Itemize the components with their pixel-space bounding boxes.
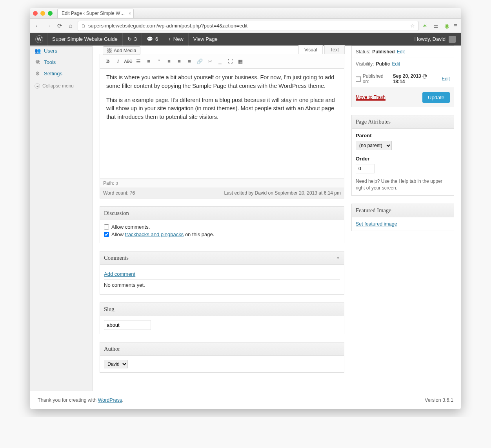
forward-button[interactable]: →: [45, 22, 53, 30]
author-select[interactable]: David: [104, 360, 128, 368]
page-icon: 🗋: [81, 23, 86, 29]
align-left-button[interactable]: ≡: [164, 56, 174, 66]
plus-icon: +: [168, 36, 171, 42]
browser-toolbar: ← → ⟳ ⌂ 🗋 supersimplewebsiteguide.com/wp…: [30, 19, 461, 33]
allow-comments-checkbox[interactable]: [104, 224, 109, 229]
editor-tab-text[interactable]: Text: [324, 45, 345, 54]
fullscreen-button[interactable]: ⛶: [225, 56, 235, 66]
updates-link[interactable]: ↻3: [122, 33, 142, 46]
trackbacks-link[interactable]: trackbacks and pingbacks: [125, 231, 184, 237]
editor-box: B I ABC ☰ ≡ " ≡ ≡ ≡ 🔗 ✂ ⎯ ⛶ ▦: [100, 54, 344, 199]
wp-admin-bar: W Super Simple Website Guide ↻3 💬6 +New …: [30, 33, 461, 46]
howdy-text[interactable]: Howdy, David: [415, 36, 446, 42]
url-bar[interactable]: 🗋 supersimplewebsiteguide.com/wp-admin/p…: [78, 21, 418, 31]
comments-title: Comments: [104, 255, 129, 261]
chrome-menu-icon[interactable]: ≡: [454, 22, 457, 29]
extension-green-icon[interactable]: ◉: [444, 22, 451, 29]
tools-icon: 🛠: [35, 59, 41, 65]
paragraph: This is where you write a bit about your…: [106, 73, 338, 91]
unlink-button[interactable]: ✂: [205, 56, 215, 66]
allow-trackbacks-row[interactable]: Allow trackbacks and pingbacks on this p…: [104, 231, 340, 237]
edit-visibility-link[interactable]: Edit: [392, 61, 400, 67]
featured-image-box: Featured Image Set featured image: [351, 204, 454, 231]
allow-comments-row[interactable]: Allow comments.: [104, 224, 340, 230]
tab-close-icon[interactable]: ×: [129, 11, 131, 16]
ol-button[interactable]: ≡: [144, 56, 153, 66]
author-title: Author: [104, 346, 120, 352]
user-avatar[interactable]: [449, 36, 456, 43]
url-text: supersimplewebsiteguide.com/wp-admin/pos…: [88, 23, 247, 29]
edit-date-link[interactable]: Edit: [442, 76, 450, 82]
new-link[interactable]: +New: [163, 33, 188, 46]
browser-tab[interactable]: Edit Page ‹ Super Simple W… ×: [57, 9, 134, 18]
quote-button[interactable]: ": [154, 56, 164, 66]
italic-button[interactable]: I: [113, 56, 123, 66]
editor-tab-visual[interactable]: Visual: [298, 45, 323, 54]
site-title-link[interactable]: Super Simple Website Guide: [47, 33, 122, 46]
reload-button[interactable]: ⟳: [56, 22, 64, 30]
window-minimize-button[interactable]: [40, 11, 45, 16]
window-titlebar: Edit Page ‹ Super Simple W… ×: [30, 8, 461, 19]
discussion-title: Discussion: [104, 210, 129, 217]
kitchen-sink-button[interactable]: ▦: [236, 56, 245, 66]
set-featured-image-link[interactable]: Set featured image: [356, 221, 397, 227]
featured-image-title: Featured Image: [352, 204, 454, 217]
page-attributes-box: Page Attributes Parent (no parent) Order…: [351, 115, 454, 196]
extension-buffer-icon[interactable]: ≣: [433, 22, 440, 29]
move-to-trash-link[interactable]: Move to Trash: [356, 95, 386, 101]
bold-button[interactable]: B: [103, 56, 113, 66]
collapse-arrow-icon: ◂: [35, 83, 40, 89]
sidebar-item-users[interactable]: 👥Users: [30, 46, 92, 56]
comments-metabox: Comments▼ Add comment No comments yet.: [100, 251, 344, 295]
window-zoom-button[interactable]: [48, 11, 53, 16]
toggle-icon[interactable]: ▼: [336, 256, 340, 260]
media-icon: 🖼: [107, 48, 112, 53]
align-right-button[interactable]: ≡: [185, 56, 194, 66]
slug-metabox: Slug: [100, 302, 344, 334]
order-input[interactable]: [356, 164, 375, 173]
admin-sidebar: 👥Users 🛠Tools ⚙Settings ◂Collapse menu: [30, 46, 93, 391]
refresh-icon: ↻: [127, 36, 132, 42]
wordpress-link[interactable]: WordPress: [98, 397, 122, 403]
add-media-button[interactable]: 🖼Add Media: [103, 46, 140, 55]
comments-link[interactable]: 💬6: [142, 33, 163, 46]
word-count: Word count: 76: [103, 190, 135, 196]
publish-box: Status: Published Edit Visibility: Publi…: [351, 46, 454, 107]
discussion-metabox: Discussion Allow comments. Allow trackba…: [100, 206, 344, 243]
sidebar-right: Status: Published Edit Visibility: Publi…: [351, 46, 461, 391]
window-close-button[interactable]: [33, 11, 38, 16]
link-button[interactable]: 🔗: [195, 56, 204, 66]
order-label: Order: [356, 156, 450, 162]
home-button[interactable]: ⌂: [67, 22, 75, 30]
collapse-menu[interactable]: ◂Collapse menu: [30, 79, 92, 93]
parent-label: Parent: [356, 133, 450, 138]
more-button[interactable]: ⎯: [215, 56, 225, 66]
strike-button[interactable]: ABC: [124, 56, 133, 66]
author-metabox: Author David: [100, 342, 344, 373]
edit-status-link[interactable]: Edit: [397, 49, 405, 55]
slug-input[interactable]: [104, 320, 151, 330]
allow-trackbacks-checkbox[interactable]: [104, 232, 109, 237]
comment-icon: 💬: [147, 36, 153, 42]
extension-evernote-icon[interactable]: ✶: [422, 22, 429, 29]
add-comment-link[interactable]: Add comment: [104, 271, 135, 277]
wp-logo-icon[interactable]: W: [35, 35, 43, 43]
sidebar-item-settings[interactable]: ⚙Settings: [30, 68, 92, 79]
update-button[interactable]: Update: [422, 92, 450, 103]
paragraph: This is an example page. It's different …: [106, 96, 338, 122]
back-button[interactable]: ←: [34, 22, 42, 30]
editor-toolbar: B I ABC ☰ ≡ " ≡ ≡ ≡ 🔗 ✂ ⎯ ⛶ ▦: [100, 54, 344, 69]
ul-button[interactable]: ☰: [134, 56, 143, 66]
version-text: Version 3.6.1: [425, 397, 453, 403]
sidebar-item-tools[interactable]: 🛠Tools: [30, 56, 92, 68]
parent-select[interactable]: (no parent): [356, 141, 392, 150]
align-center-button[interactable]: ≡: [175, 56, 184, 66]
view-page-link[interactable]: View Page: [188, 33, 222, 46]
last-edited: Last edited by David on September 20, 20…: [224, 190, 341, 196]
calendar-icon: [356, 76, 361, 82]
settings-icon: ⚙: [35, 71, 41, 76]
bookmark-star-icon[interactable]: ☆: [410, 23, 415, 29]
attributes-help: Need help? Use the Help tab in the upper…: [356, 178, 450, 191]
main-content: 🖼Add Media Visual Text B I ABC ☰ ≡ " ≡: [93, 46, 351, 391]
editor-content[interactable]: This is where you write a bit about your…: [100, 69, 344, 178]
